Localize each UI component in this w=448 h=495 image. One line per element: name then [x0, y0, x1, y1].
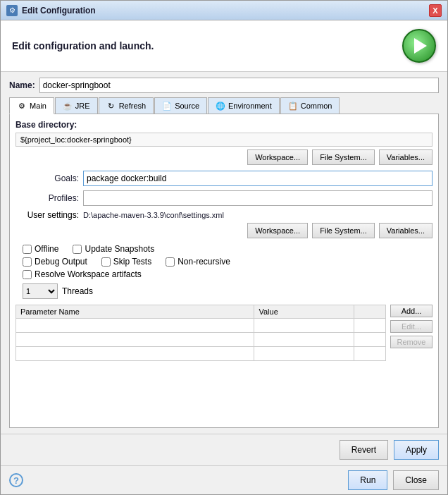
footer: Revert Apply [1, 434, 447, 465]
file-system-button-2[interactable]: File System... [312, 223, 375, 238]
debug-output-checkbox[interactable] [23, 257, 32, 267]
apply-button[interactable]: Apply [394, 440, 439, 460]
run-button[interactable]: Run [348, 470, 387, 490]
close-button[interactable]: X [429, 4, 442, 17]
params-area: Parameter Name Value [15, 305, 433, 364]
name-label: Name: [9, 80, 35, 90]
profiles-input[interactable] [83, 190, 433, 206]
non-recursive-checkbox[interactable] [166, 257, 175, 267]
tab-source-label: Source [175, 102, 199, 110]
param-name-cell [16, 333, 254, 347]
main-panel: Base directory: ${project_loc:docker-spr… [9, 114, 439, 428]
main-tab-icon: ⚙ [17, 101, 27, 111]
help-button[interactable]: ? [9, 473, 23, 487]
main-window: ⚙ Edit Configuration X Edit configuratio… [0, 0, 448, 495]
title-bar-left: ⚙ Edit Configuration [6, 5, 96, 16]
source-tab-icon: 📄 [162, 101, 172, 111]
tab-common[interactable]: 📋 Common [280, 97, 340, 114]
tab-main[interactable]: ⚙ Main [9, 97, 54, 114]
tab-main-label: Main [30, 102, 46, 110]
tab-environment-label: Environment [228, 102, 272, 110]
base-directory-label: Base directory: [15, 120, 433, 130]
play-button[interactable] [402, 29, 436, 63]
close-dialog-button[interactable]: Close [393, 470, 439, 490]
param-extra-cell [354, 347, 386, 361]
params-col-name: Parameter Name [16, 305, 254, 319]
goals-label: Goals: [15, 173, 79, 183]
threads-select[interactable]: 1 2 4 [23, 283, 58, 299]
workspace-button-2[interactable]: Workspace... [247, 223, 308, 238]
param-value-cell [254, 347, 354, 361]
tab-source[interactable]: 📄 Source [154, 97, 207, 114]
edit-button[interactable]: Edit... [390, 320, 433, 333]
non-recursive-checkbox-item: Non-recursive [166, 257, 230, 267]
user-settings-value: D:\apache-maven-3.3.9\conf\settings.xml [83, 211, 433, 219]
param-value-cell [254, 333, 354, 347]
play-icon [414, 38, 427, 54]
table-row [16, 347, 386, 361]
threads-row: 1 2 4 Threads [23, 283, 433, 299]
resolve-workspace-checkbox-item: Resolve Workspace artifacts [23, 269, 142, 279]
settings-buttons-row: Workspace... File System... Variables... [15, 223, 433, 238]
params-buttons: Add... Edit... Remove [390, 305, 433, 364]
remove-button[interactable]: Remove [390, 336, 433, 348]
dir-buttons-row: Workspace... File System... Variables... [15, 149, 433, 165]
param-name-cell [16, 319, 254, 333]
user-settings-row: User settings: D:\apache-maven-3.3.9\con… [15, 210, 433, 220]
name-input[interactable] [39, 78, 439, 93]
tab-common-label: Common [301, 102, 332, 110]
profiles-row: Profiles: [15, 190, 433, 206]
resolve-workspace-checkbox[interactable] [23, 270, 32, 279]
header-section: Edit configuration and launch. [1, 20, 447, 72]
common-tab-icon: 📋 [288, 101, 298, 111]
param-value-cell [254, 319, 354, 333]
bottom-buttons: Run Close [348, 470, 439, 490]
user-settings-label: User settings: [15, 210, 79, 220]
file-system-button-1[interactable]: File System... [312, 149, 375, 165]
variables-button-1[interactable]: Variables... [379, 149, 433, 165]
checkbox-row-3: Resolve Workspace artifacts [23, 269, 433, 279]
jre-tab-icon: ☕ [63, 101, 73, 111]
window-icon: ⚙ [6, 5, 18, 16]
resolve-workspace-label: Resolve Workspace artifacts [35, 269, 142, 279]
title-bar: ⚙ Edit Configuration X [1, 1, 447, 20]
bottom-bar: ? Run Close [1, 465, 447, 494]
revert-button[interactable]: Revert [340, 440, 388, 460]
skip-tests-label: Skip Tests [113, 257, 151, 267]
skip-tests-checkbox[interactable] [101, 257, 111, 267]
main-content: Name: ⚙ Main ☕ JRE ↻ Refresh 📄 Source 🌐 [1, 72, 447, 434]
workspace-button-1[interactable]: Workspace... [247, 149, 308, 165]
window-title: Edit Configuration [22, 6, 96, 16]
add-button[interactable]: Add... [390, 305, 433, 317]
params-col-value: Value [254, 305, 354, 319]
tabs-container: ⚙ Main ☕ JRE ↻ Refresh 📄 Source 🌐 Enviro… [9, 97, 439, 114]
update-snapshots-checkbox[interactable] [73, 245, 82, 254]
param-extra-cell [354, 319, 386, 333]
table-row [16, 333, 386, 347]
header-title: Edit configuration and launch. [12, 40, 154, 51]
variables-button-2[interactable]: Variables... [379, 223, 433, 238]
tab-environment[interactable]: 🌐 Environment [208, 97, 280, 114]
params-table: Parameter Name Value [15, 305, 386, 361]
debug-output-checkbox-item: Debug Output [23, 257, 87, 267]
environment-tab-icon: 🌐 [216, 101, 225, 111]
checkbox-row-1: Offline Update Snapshots [23, 244, 433, 254]
checkboxes-section: Offline Update Snapshots Debug Output Sk… [15, 244, 433, 279]
offline-checkbox[interactable] [23, 245, 32, 254]
tab-jre[interactable]: ☕ JRE [55, 97, 98, 114]
goals-row: Goals: [15, 171, 433, 186]
base-directory-value: ${project_loc:docker-springboot} [15, 133, 433, 147]
checkbox-row-2: Debug Output Skip Tests Non-recursive [23, 257, 433, 267]
profiles-label: Profiles: [15, 193, 79, 203]
param-extra-cell [354, 333, 386, 347]
params-table-container: Parameter Name Value [15, 305, 386, 364]
tab-refresh[interactable]: ↻ Refresh [99, 97, 154, 114]
param-name-cell [16, 347, 254, 361]
params-col-extra [354, 305, 386, 319]
goals-input[interactable] [83, 171, 433, 186]
tab-jre-label: JRE [75, 102, 90, 110]
tab-refresh-label: Refresh [119, 102, 147, 110]
non-recursive-label: Non-recursive [178, 257, 230, 267]
table-row [16, 319, 386, 333]
debug-output-label: Debug Output [35, 257, 87, 267]
